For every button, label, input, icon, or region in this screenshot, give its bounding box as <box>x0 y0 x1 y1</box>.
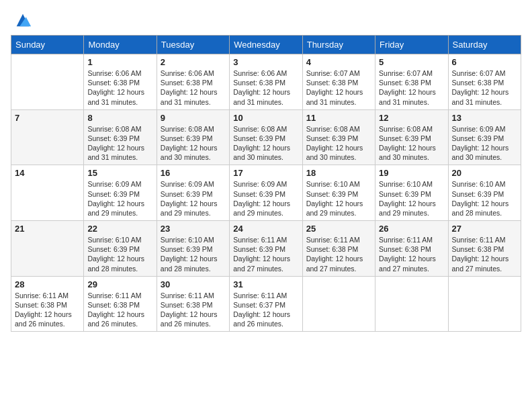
day-number: 26 <box>379 224 444 234</box>
day-info: Sunrise: 6:09 AMSunset: 6:39 PMDaylight:… <box>452 124 517 163</box>
page-header <box>11 11 521 30</box>
calendar-cell: 22Sunrise: 6:10 AMSunset: 6:39 PMDayligh… <box>84 221 157 277</box>
day-info: Sunrise: 6:11 AMSunset: 6:39 PMDaylight:… <box>233 235 298 273</box>
calendar-cell: 17Sunrise: 6:09 AMSunset: 6:39 PMDayligh… <box>230 165 302 221</box>
calendar-cell <box>302 276 375 332</box>
day-number: 22 <box>87 224 152 234</box>
day-number: 11 <box>306 113 371 123</box>
day-info: Sunrise: 6:11 AMSunset: 6:38 PMDaylight:… <box>161 291 226 329</box>
day-info: Sunrise: 6:10 AMSunset: 6:39 PMDaylight:… <box>161 235 226 273</box>
day-info: Sunrise: 6:09 AMSunset: 6:39 PMDaylight:… <box>87 179 152 218</box>
day-info: Sunrise: 6:08 AMSunset: 6:39 PMDaylight:… <box>306 124 371 163</box>
calendar-cell: 21 <box>11 221 84 277</box>
day-number: 21 <box>15 224 80 234</box>
day-info: Sunrise: 6:11 AMSunset: 6:38 PMDaylight:… <box>87 291 152 329</box>
calendar-cell: 24Sunrise: 6:11 AMSunset: 6:39 PMDayligh… <box>230 221 302 277</box>
calendar-week-row: 28Sunrise: 6:11 AMSunset: 6:38 PMDayligh… <box>11 276 521 332</box>
day-info: Sunrise: 6:08 AMSunset: 6:39 PMDaylight:… <box>233 124 298 163</box>
day-info: Sunrise: 6:09 AMSunset: 6:39 PMDaylight:… <box>233 179 298 218</box>
logo-icon <box>13 11 32 30</box>
calendar-cell: 30Sunrise: 6:11 AMSunset: 6:38 PMDayligh… <box>157 276 229 332</box>
calendar-week-row: 78Sunrise: 6:08 AMSunset: 6:39 PMDayligh… <box>11 109 521 165</box>
calendar-cell: 11Sunrise: 6:08 AMSunset: 6:39 PMDayligh… <box>302 109 375 165</box>
day-info: Sunrise: 6:09 AMSunset: 6:39 PMDaylight:… <box>161 179 226 218</box>
day-number: 23 <box>161 224 226 234</box>
day-number: 14 <box>15 168 80 178</box>
calendar-cell: 25Sunrise: 6:11 AMSunset: 6:38 PMDayligh… <box>302 221 375 277</box>
calendar-cell: 8Sunrise: 6:08 AMSunset: 6:39 PMDaylight… <box>84 109 157 165</box>
day-of-week-header: Saturday <box>448 36 521 54</box>
day-info: Sunrise: 6:08 AMSunset: 6:39 PMDaylight:… <box>161 124 226 163</box>
calendar-cell: 6Sunrise: 6:07 AMSunset: 6:38 PMDaylight… <box>448 54 521 110</box>
day-number: 19 <box>379 168 444 178</box>
calendar-cell: 15Sunrise: 6:09 AMSunset: 6:39 PMDayligh… <box>84 165 157 221</box>
day-info: Sunrise: 6:08 AMSunset: 6:39 PMDaylight:… <box>87 124 152 163</box>
calendar-cell <box>11 54 84 110</box>
day-number: 12 <box>379 113 444 123</box>
calendar-cell: 3Sunrise: 6:06 AMSunset: 6:38 PMDaylight… <box>230 54 302 110</box>
day-info: Sunrise: 6:11 AMSunset: 6:38 PMDaylight:… <box>452 235 517 273</box>
calendar-cell: 31Sunrise: 6:11 AMSunset: 6:37 PMDayligh… <box>230 276 302 332</box>
calendar-cell: 19Sunrise: 6:10 AMSunset: 6:39 PMDayligh… <box>375 165 448 221</box>
day-info: Sunrise: 6:07 AMSunset: 6:38 PMDaylight:… <box>379 68 444 107</box>
calendar-cell: 9Sunrise: 6:08 AMSunset: 6:39 PMDaylight… <box>157 109 229 165</box>
day-number: 4 <box>306 57 371 67</box>
calendar-cell <box>375 276 448 332</box>
day-number: 31 <box>233 279 298 289</box>
day-of-week-header: Tuesday <box>157 36 229 54</box>
calendar-week-row: 2122Sunrise: 6:10 AMSunset: 6:39 PMDayli… <box>11 221 521 277</box>
day-of-week-header: Sunday <box>11 36 84 54</box>
day-info: Sunrise: 6:10 AMSunset: 6:39 PMDaylight:… <box>452 179 517 218</box>
day-number: 13 <box>452 113 517 123</box>
day-of-week-header: Wednesday <box>230 36 302 54</box>
day-info: Sunrise: 6:11 AMSunset: 6:38 PMDaylight:… <box>306 235 371 273</box>
calendar-cell: 10Sunrise: 6:08 AMSunset: 6:39 PMDayligh… <box>230 109 302 165</box>
calendar-cell: 2Sunrise: 6:06 AMSunset: 6:38 PMDaylight… <box>157 54 229 110</box>
calendar-cell: 5Sunrise: 6:07 AMSunset: 6:38 PMDaylight… <box>375 54 448 110</box>
day-of-week-header: Monday <box>84 36 157 54</box>
day-of-week-header: Friday <box>375 36 448 54</box>
logo <box>11 11 32 30</box>
day-number: 5 <box>379 57 444 67</box>
day-info: Sunrise: 6:10 AMSunset: 6:39 PMDaylight:… <box>87 235 152 273</box>
day-number: 30 <box>161 279 226 289</box>
calendar-table: SundayMondayTuesdayWednesdayThursdayFrid… <box>11 35 521 332</box>
calendar-week-row: 1Sunrise: 6:06 AMSunset: 6:38 PMDaylight… <box>11 54 521 110</box>
day-info: Sunrise: 6:06 AMSunset: 6:38 PMDaylight:… <box>161 68 226 107</box>
day-number: 9 <box>161 113 226 123</box>
day-number: 17 <box>233 168 298 178</box>
day-number: 20 <box>452 168 517 178</box>
calendar-cell: 13Sunrise: 6:09 AMSunset: 6:39 PMDayligh… <box>448 109 521 165</box>
day-number: 7 <box>15 113 80 123</box>
day-number: 10 <box>233 113 298 123</box>
day-info: Sunrise: 6:11 AMSunset: 6:37 PMDaylight:… <box>233 291 298 329</box>
calendar-cell: 18Sunrise: 6:10 AMSunset: 6:39 PMDayligh… <box>302 165 375 221</box>
day-number: 15 <box>87 168 152 178</box>
day-number: 2 <box>161 57 226 67</box>
day-info: Sunrise: 6:07 AMSunset: 6:38 PMDaylight:… <box>306 68 371 107</box>
day-info: Sunrise: 6:06 AMSunset: 6:38 PMDaylight:… <box>233 68 298 107</box>
day-number: 25 <box>306 224 371 234</box>
day-number: 28 <box>15 279 80 289</box>
day-info: Sunrise: 6:10 AMSunset: 6:39 PMDaylight:… <box>306 179 371 218</box>
day-info: Sunrise: 6:11 AMSunset: 6:38 PMDaylight:… <box>15 291 80 329</box>
calendar-week-row: 1415Sunrise: 6:09 AMSunset: 6:39 PMDayli… <box>11 165 521 221</box>
calendar-cell: 7 <box>11 109 84 165</box>
calendar-cell: 20Sunrise: 6:10 AMSunset: 6:39 PMDayligh… <box>448 165 521 221</box>
calendar-cell: 12Sunrise: 6:08 AMSunset: 6:39 PMDayligh… <box>375 109 448 165</box>
calendar-cell: 1Sunrise: 6:06 AMSunset: 6:38 PMDaylight… <box>84 54 157 110</box>
day-info: Sunrise: 6:07 AMSunset: 6:38 PMDaylight:… <box>452 68 517 107</box>
day-number: 29 <box>87 279 152 289</box>
calendar-cell: 23Sunrise: 6:10 AMSunset: 6:39 PMDayligh… <box>157 221 229 277</box>
calendar-cell: 28Sunrise: 6:11 AMSunset: 6:38 PMDayligh… <box>11 276 84 332</box>
calendar-cell: 14 <box>11 165 84 221</box>
day-number: 27 <box>452 224 517 234</box>
day-info: Sunrise: 6:08 AMSunset: 6:39 PMDaylight:… <box>379 124 444 163</box>
calendar-cell: 27Sunrise: 6:11 AMSunset: 6:38 PMDayligh… <box>448 221 521 277</box>
calendar-cell: 29Sunrise: 6:11 AMSunset: 6:38 PMDayligh… <box>84 276 157 332</box>
calendar-cell: 16Sunrise: 6:09 AMSunset: 6:39 PMDayligh… <box>157 165 229 221</box>
day-info: Sunrise: 6:06 AMSunset: 6:38 PMDaylight:… <box>87 68 152 107</box>
calendar-header-row: SundayMondayTuesdayWednesdayThursdayFrid… <box>11 36 521 54</box>
day-number: 3 <box>233 57 298 67</box>
day-of-week-header: Thursday <box>302 36 375 54</box>
